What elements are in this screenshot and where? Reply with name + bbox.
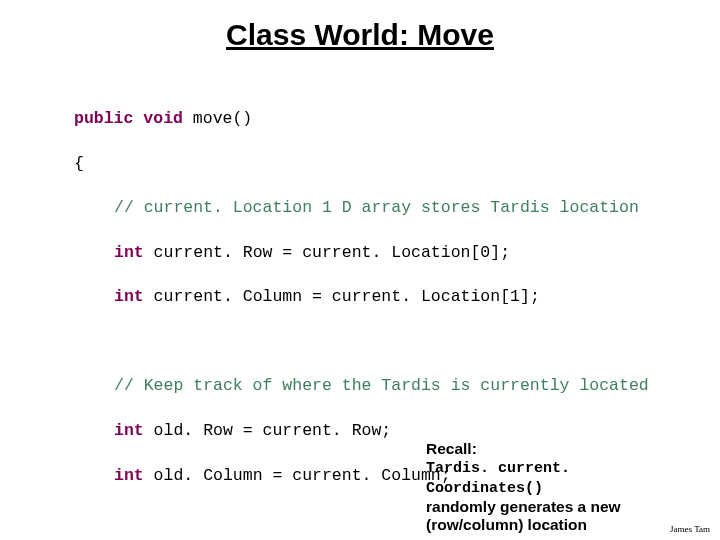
code-l1-rest: move() — [183, 109, 252, 128]
code-l8-rest: old. Column = current. Column; — [144, 466, 451, 485]
kw-int-3: int — [114, 421, 144, 440]
code-line-2: { — [74, 153, 720, 175]
slide-title: Class World: Move — [0, 18, 720, 52]
footer-author: James Tam — [670, 524, 710, 534]
code-line-4: int current. Row = current. Location[0]; — [114, 242, 720, 264]
code-line-5: int current. Column = current. Location[… — [114, 286, 720, 308]
code-l5-rest: current. Column = current. Location[1]; — [144, 287, 540, 306]
code-l4-rest: current. Row = current. Location[0]; — [144, 243, 510, 262]
code-line-6: // Keep track of where the Tardis is cur… — [114, 375, 720, 397]
recall-mono: Tardis. current. Coordinates() — [426, 460, 570, 497]
code-line-3: // current. Location 1 D array stores Ta… — [114, 197, 720, 219]
blank-1 — [74, 331, 720, 353]
recall-label: Recall: — [426, 440, 477, 457]
kw-public: public — [74, 109, 133, 128]
kw-void: void — [143, 109, 183, 128]
kw-int-1: int — [114, 243, 144, 262]
code-line-7: int old. Row = current. Row; — [114, 420, 720, 442]
code-l7-rest: old. Row = current. Row; — [144, 421, 392, 440]
kw-int-2: int — [114, 287, 144, 306]
slide: Class World: Move public void move() { /… — [0, 0, 720, 540]
recall-line2: randomly generates a new — [426, 498, 621, 515]
recall-line3: (row/column) location — [426, 516, 587, 533]
code-line-1: public void move() — [74, 108, 720, 130]
recall-note: Recall: Tardis. current. Coordinates() r… — [426, 440, 686, 534]
kw-int-4: int — [114, 466, 144, 485]
